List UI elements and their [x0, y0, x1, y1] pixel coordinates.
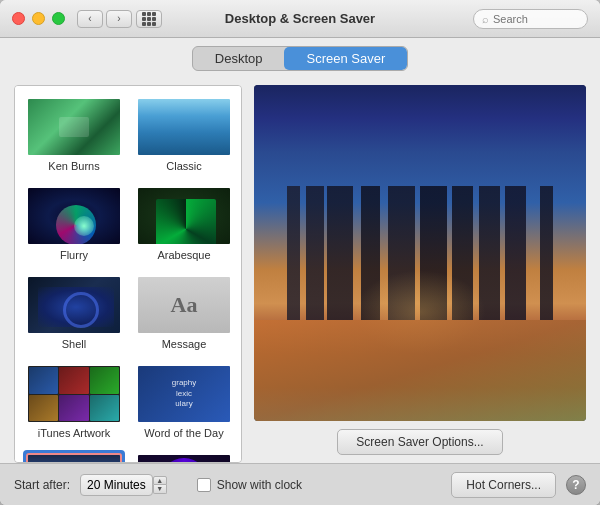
duration-stepper-down[interactable]: ▼	[153, 485, 167, 494]
preview-area	[254, 85, 586, 421]
grid-view-button[interactable]	[136, 10, 162, 28]
saver-item-message[interactable]: Aa Message	[133, 272, 235, 353]
saver-item-classic[interactable]: Classic	[133, 94, 235, 175]
search-box[interactable]: ⌕	[473, 9, 588, 29]
minimize-button[interactable]	[32, 12, 45, 25]
saver-thumb-aerial	[26, 453, 122, 463]
start-after-label: Start after:	[14, 478, 70, 492]
search-input[interactable]	[493, 13, 573, 25]
main-content: Ken Burns Classic Flurry	[0, 77, 600, 463]
traffic-lights	[12, 12, 65, 25]
hot-corners-button[interactable]: Hot Corners...	[451, 472, 556, 498]
saver-thumb-random	[136, 453, 232, 463]
preview-image	[254, 85, 586, 421]
tab-desktop[interactable]: Desktop	[193, 47, 285, 70]
tab-group: Desktop Screen Saver	[192, 46, 408, 71]
help-button[interactable]: ?	[566, 475, 586, 495]
saver-label-shell: Shell	[62, 338, 86, 350]
maximize-button[interactable]	[52, 12, 65, 25]
saver-item-ken-burns[interactable]: Ken Burns	[23, 94, 125, 175]
screen-saver-options-button[interactable]: Screen Saver Options...	[337, 429, 502, 455]
saver-item-arabesque[interactable]: Arabesque	[133, 183, 235, 264]
saver-item-shell[interactable]: Shell	[23, 272, 125, 353]
titlebar: ‹ › Desktop & Screen Saver ⌕	[0, 0, 600, 38]
bottom-bar: Start after: 20 Minutes ▲ ▼ Show with cl…	[0, 463, 600, 505]
saver-item-aerial[interactable]: Aerial	[23, 450, 125, 463]
saver-label-word: Word of the Day	[144, 427, 223, 439]
close-button[interactable]	[12, 12, 25, 25]
saver-thumb-message: Aa	[136, 275, 232, 335]
saver-thumb-itunes	[26, 364, 122, 424]
saver-item-flurry[interactable]: Flurry	[23, 183, 125, 264]
nav-buttons: ‹ ›	[77, 10, 132, 28]
saver-item-random[interactable]: Random	[133, 450, 235, 463]
tabs-bar: Desktop Screen Saver	[0, 38, 600, 77]
word-thumb-text: graphylexiculary	[172, 378, 196, 409]
saver-grid: Ken Burns Classic Flurry	[23, 94, 233, 463]
grid-icon	[142, 12, 156, 26]
saver-label-classic: Classic	[166, 160, 201, 172]
window-title: Desktop & Screen Saver	[225, 11, 375, 26]
show-with-clock-area: Show with clock	[197, 478, 302, 492]
right-panel: Screen Saver Options...	[254, 85, 586, 463]
saver-thumb-arabesque	[136, 186, 232, 246]
duration-stepper-up[interactable]: ▲	[153, 476, 167, 485]
tab-screen-saver[interactable]: Screen Saver	[284, 47, 407, 70]
saver-thumb-word: graphylexiculary	[136, 364, 232, 424]
saver-label-arabesque: Arabesque	[157, 249, 210, 261]
saver-thumb-flurry	[26, 186, 122, 246]
saver-thumb-classic	[136, 97, 232, 157]
saver-label-ken-burns: Ken Burns	[48, 160, 99, 172]
app-window: ‹ › Desktop & Screen Saver ⌕ Desktop Scr…	[0, 0, 600, 505]
saver-thumb-shell	[26, 275, 122, 335]
show-clock-label: Show with clock	[217, 478, 302, 492]
saver-thumb-ken-burns	[26, 97, 122, 157]
back-button[interactable]: ‹	[77, 10, 103, 28]
screensaver-list[interactable]: Ken Burns Classic Flurry	[14, 85, 242, 463]
saver-label-flurry: Flurry	[60, 249, 88, 261]
saver-label-itunes: iTunes Artwork	[38, 427, 110, 439]
show-clock-checkbox[interactable]	[197, 478, 211, 492]
saver-label-message: Message	[162, 338, 207, 350]
forward-button[interactable]: ›	[106, 10, 132, 28]
duration-value[interactable]: 20 Minutes	[80, 474, 153, 496]
search-icon: ⌕	[482, 13, 489, 25]
saver-item-itunes[interactable]: iTunes Artwork	[23, 361, 125, 442]
road-lights-overlay	[354, 270, 487, 354]
saver-item-word[interactable]: graphylexiculary Word of the Day	[133, 361, 235, 442]
duration-stepper[interactable]: ▲ ▼	[153, 476, 167, 494]
